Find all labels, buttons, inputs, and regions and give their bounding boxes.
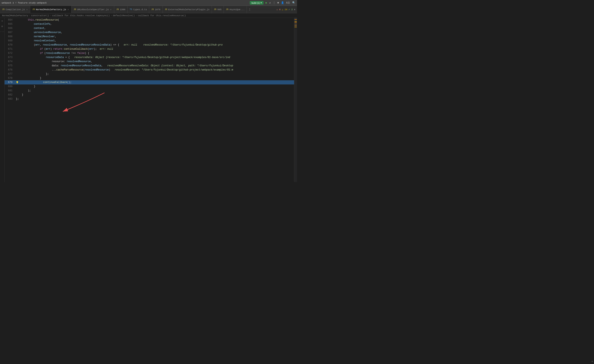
tab-label: ExternalModuleFactoryPlugin.js: [168, 8, 209, 11]
breadcrumb-item-2[interactable]: constructor(): [31, 14, 49, 17]
debug-rerun-icon[interactable]: ↺: [269, 1, 270, 4]
code-line-677: 677 };: [5, 72, 294, 76]
translate-icon[interactable]: A文: [286, 1, 290, 5]
minimap: [294, 18, 297, 182]
search-icon[interactable]: 🔍: [292, 1, 295, 4]
breadcrumb-item-5[interactable]: callback for this.resolveResource(): [138, 14, 186, 17]
sidebar-icon-dots[interactable]: ···: [0, 30, 4, 33]
chevron-down-icon: ▾: [261, 1, 262, 4]
run-icon[interactable]: ▶: [266, 1, 267, 4]
code-line-669: 669 resolveContext,: [5, 39, 294, 43]
breadcrumb: NormalModuleFactory › constructor() › ca…: [0, 13, 297, 18]
tab-close-icon[interactable]: ✕: [26, 8, 28, 11]
code-line-681: 681 );: [5, 89, 294, 93]
breadcrumb-item-3[interactable]: callback for this.hooks.resolve.tapAsync…: [52, 14, 110, 17]
code-line-668: 668 normalResolver,: [5, 34, 294, 39]
error-count-badge: ⚠ 6: [277, 8, 281, 11]
sidebar-icon-dot[interactable]: ⊙: [0, 19, 4, 23]
js-icon: JS: [116, 8, 119, 11]
tabs-more-icon[interactable]: ⋮: [247, 8, 253, 11]
js-icon: JS: [32, 8, 35, 11]
code-line-674: 674 resource: resolvedResource,: [5, 60, 294, 64]
tab-compilation[interactable]: JS Compilation.js ✕: [0, 6, 30, 13]
tab-urlabsolutespecifier[interactable]: JS URLAbsoluteSpecifier.js ✕: [72, 6, 114, 13]
code-line-664: 664 this.resolveResource(: [5, 18, 294, 22]
info-count-badge: ✓ 2: [289, 8, 293, 11]
code-line-671: 671 if (err) return continueCallback(err…: [5, 47, 294, 51]
js-icon: JS: [165, 8, 167, 11]
js-icon: JS: [226, 8, 228, 11]
code-lines: 664 this.resolveResource( 665 contextInf…: [5, 18, 294, 101]
code-line-672: 672 if (resolvedResource !== false) {: [5, 51, 294, 55]
breadcrumb-item-4[interactable]: defaultResolve(): [113, 14, 135, 17]
breadcrumb-sep: ›: [50, 14, 51, 17]
sidebar-icon-grid[interactable]: ⊞: [0, 24, 4, 28]
tab-close-icon[interactable]: ✕: [67, 8, 69, 11]
project-label[interactable]: webpack: [2, 2, 11, 4]
tab-close-icon[interactable]: ✕: [110, 8, 112, 11]
tabs-bar: JS Compilation.js ✕ JS NormalModuleFacto…: [0, 6, 297, 13]
breadcrumb-sep: ›: [111, 14, 112, 17]
code-line-683: 683 };: [5, 97, 294, 101]
branch-icon: ⑂: [15, 2, 17, 4]
branch-label[interactable]: feature-study-webpack: [18, 2, 47, 4]
breakpoint-indicator: 💡: [16, 81, 19, 84]
code-line-682: 682 }: [5, 93, 294, 97]
tab-1076[interactable]: JS 1076: [149, 6, 162, 13]
build-label: build (1): [251, 2, 260, 4]
js-icon: JS: [74, 8, 76, 11]
tab-985[interactable]: JS 985: [212, 6, 224, 13]
code-line-667: 667 unresolvedResource,: [5, 30, 294, 34]
sidebar: ⊙ ⊞ ···: [0, 18, 5, 182]
chevron-icon: ❯: [13, 1, 14, 4]
editor-container: ⊙ ⊞ ··· 664 this.resolveResource( 665 co…: [0, 18, 297, 182]
code-line-670: 670 (err, resolvedResource, resolvedReso…: [5, 43, 294, 47]
js-icon: JS: [214, 8, 216, 11]
tab-types[interactable]: TS types.d.ts: [128, 6, 149, 13]
code-line-666: 666 context,: [5, 26, 294, 30]
top-bar-right: build (1) ▾ ▶ ↺ ⋮ ■ 👤 A文 🔍: [250, 1, 295, 5]
code-line-679: 679 💡 continueCallback();: [5, 80, 294, 85]
js-icon: JS: [2, 8, 5, 11]
tab-label: URLAbsoluteSpecifier.js: [77, 8, 109, 11]
tab-asyncqueue[interactable]: JS AsyncQue...: [224, 6, 247, 13]
breadcrumb-sep: ›: [136, 14, 137, 17]
tab-label: 1076: [155, 8, 160, 11]
person-icon[interactable]: 👤: [281, 1, 284, 4]
breadcrumb-item-1[interactable]: NormalModuleFactory: [2, 14, 28, 17]
tab-label: Compilation.js: [6, 8, 25, 11]
js-icon: JS: [151, 8, 154, 11]
warning-count-badge: △ 28: [282, 8, 287, 11]
stop-icon[interactable]: ■: [277, 1, 279, 4]
code-line-673: 673 resourceData = { resourceData: Objec…: [5, 55, 294, 60]
build-button[interactable]: build (1) ▾: [250, 1, 263, 5]
tab-label: AsyncQue...: [229, 8, 244, 11]
more-icon[interactable]: ⋮: [273, 1, 275, 4]
tab-normalmodulefactory[interactable]: JS NormalModuleFactory.js ✕: [30, 6, 71, 13]
tab-label: NormalModuleFactory.js: [36, 8, 66, 11]
expand-icon[interactable]: ∧: [294, 8, 295, 11]
ts-icon: TS: [130, 8, 132, 11]
tab-externalmodule[interactable]: JS ExternalModuleFactoryPlugin.js: [163, 6, 212, 13]
code-line-665: 665 contextInfo,: [5, 22, 294, 26]
code-editor[interactable]: 664 this.resolveResource( 665 contextInf…: [5, 18, 294, 182]
code-line-678: 678 }: [5, 76, 294, 80]
tab-label: 1380: [120, 8, 125, 11]
top-bar-left: webpack ❯ ⑂ feature-study-webpack: [2, 1, 47, 4]
code-line-680: 680 }: [5, 85, 294, 89]
top-bar: webpack ❯ ⑂ feature-study-webpack build …: [0, 0, 297, 6]
code-line-675: 675 data: resolvedResourceResolveData, r…: [5, 64, 294, 68]
breadcrumb-sep: ›: [29, 14, 30, 17]
tab-label: 985: [217, 8, 222, 11]
tab-1380[interactable]: JS 1380: [114, 6, 128, 13]
tab-label: types.d.ts: [133, 8, 147, 11]
code-line-676: 676 ...cacheParseResource(resolvedResour…: [5, 68, 294, 72]
